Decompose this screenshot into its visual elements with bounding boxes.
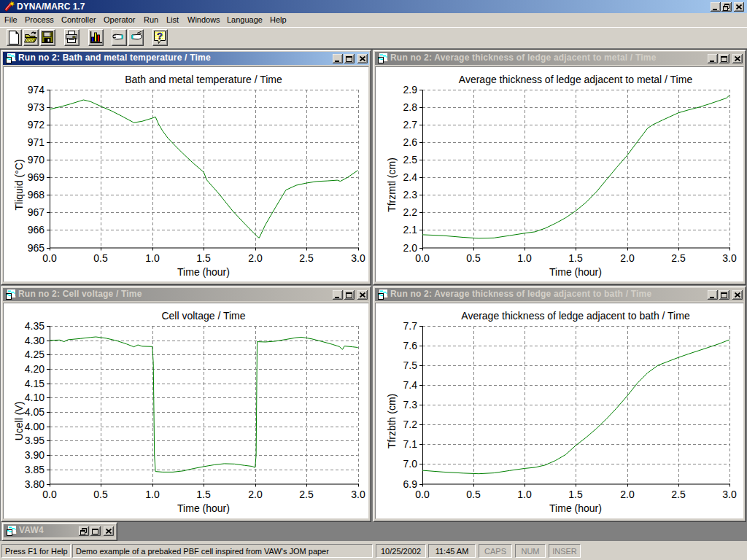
svg-text:2.5: 2.5	[671, 489, 686, 500]
svg-text:4.10: 4.10	[25, 392, 44, 403]
svg-text:1.0: 1.0	[517, 489, 532, 500]
svg-text:2.8: 2.8	[403, 101, 418, 113]
svg-text:1.0: 1.0	[145, 252, 160, 264]
svg-text:2.5: 2.5	[299, 252, 314, 264]
svg-text:2.5: 2.5	[403, 154, 418, 166]
svg-text:3.0: 3.0	[351, 489, 365, 500]
svg-text:Average thickness of ledge adj: Average thickness of ledge adjacent to m…	[459, 74, 693, 85]
svg-text:1.5: 1.5	[568, 489, 583, 500]
svg-text:7.1: 7.1	[403, 438, 418, 450]
svg-text:3.0: 3.0	[722, 252, 737, 264]
svg-text:1.5: 1.5	[568, 252, 583, 264]
svg-text:0.5: 0.5	[93, 252, 108, 264]
svg-text:2.7: 2.7	[403, 119, 418, 131]
svg-text:0.5: 0.5	[93, 489, 108, 500]
svg-text:Bath and metal temperature / T: Bath and metal temperature / Time	[125, 74, 282, 85]
svg-text:3.85: 3.85	[25, 464, 44, 475]
svg-text:1.5: 1.5	[196, 252, 211, 264]
svg-text:2.5: 2.5	[299, 489, 314, 500]
svg-text:4.25: 4.25	[25, 349, 44, 360]
svg-text:?: ?	[157, 31, 163, 42]
svg-text:973: 973	[28, 101, 45, 113]
svg-text:0.0: 0.0	[415, 252, 430, 264]
svg-text:Cell voltage / Time: Cell voltage / Time	[161, 310, 245, 322]
svg-text:966: 966	[28, 224, 45, 236]
svg-text:7.3: 7.3	[403, 399, 418, 411]
svg-text:0.0: 0.0	[42, 252, 57, 264]
svg-text:1.0: 1.0	[517, 252, 532, 264]
svg-text:Tfrzbth (cm): Tfrzbth (cm)	[386, 394, 398, 448]
svg-text:968: 968	[28, 189, 45, 201]
svg-text:1.5: 1.5	[196, 489, 211, 500]
svg-text:972: 972	[28, 119, 45, 131]
svg-text:967: 967	[28, 206, 45, 218]
svg-text:7.6: 7.6	[403, 340, 418, 351]
svg-text:4.30: 4.30	[25, 335, 44, 346]
svg-text:Tliquid (°C): Tliquid (°C)	[13, 159, 25, 210]
svg-text:Time (hour): Time (hour)	[177, 266, 230, 278]
svg-text:3.80: 3.80	[25, 478, 44, 490]
svg-text:2.9: 2.9	[403, 84, 418, 96]
svg-text:0.0: 0.0	[42, 489, 57, 500]
svg-text:4.15: 4.15	[25, 378, 44, 389]
svg-text:0.5: 0.5	[466, 252, 481, 264]
svg-text:Time (hour): Time (hour)	[549, 502, 602, 514]
svg-text:3.0: 3.0	[351, 252, 365, 264]
svg-text:2.0: 2.0	[620, 489, 635, 500]
svg-text:Tfrzmtl (cm): Tfrzmtl (cm)	[386, 158, 398, 212]
svg-text:Time (hour): Time (hour)	[177, 502, 230, 514]
svg-text:3.90: 3.90	[25, 449, 44, 461]
svg-text:7.0: 7.0	[403, 458, 418, 470]
svg-text:2.0: 2.0	[620, 252, 635, 264]
svg-text:3.0: 3.0	[722, 489, 737, 500]
svg-text:2.1: 2.1	[403, 224, 418, 236]
svg-text:0.5: 0.5	[466, 489, 481, 500]
svg-text:Time (hour): Time (hour)	[549, 266, 602, 278]
svg-text:969: 969	[28, 171, 45, 183]
svg-text:Ucell (V): Ucell (V)	[13, 402, 25, 441]
svg-text:971: 971	[28, 136, 45, 148]
svg-text:7.7: 7.7	[403, 320, 418, 332]
svg-text:2.4: 2.4	[403, 171, 418, 183]
svg-text:4.05: 4.05	[25, 406, 44, 418]
svg-text:7.4: 7.4	[403, 379, 418, 391]
svg-text:2.0: 2.0	[248, 252, 263, 264]
svg-text:7.5: 7.5	[403, 359, 418, 371]
svg-text:970: 970	[28, 154, 45, 166]
svg-text:7.2: 7.2	[403, 419, 418, 430]
svg-text:4.20: 4.20	[25, 363, 44, 375]
svg-text:Average thickness of ledge adj: Average thickness of ledge adjacent to b…	[461, 310, 690, 322]
svg-text:3.95: 3.95	[25, 435, 44, 446]
svg-text:2.0: 2.0	[248, 489, 263, 500]
svg-text:2.6: 2.6	[403, 136, 418, 148]
svg-text:4.00: 4.00	[25, 421, 44, 432]
svg-text:2.2: 2.2	[403, 206, 418, 218]
svg-text:4.35: 4.35	[25, 320, 44, 332]
svg-text:1.0: 1.0	[145, 489, 160, 500]
svg-text:974: 974	[28, 84, 45, 96]
svg-text:2.5: 2.5	[671, 252, 686, 264]
svg-text:0.0: 0.0	[415, 489, 430, 500]
svg-text:2.3: 2.3	[403, 189, 418, 201]
